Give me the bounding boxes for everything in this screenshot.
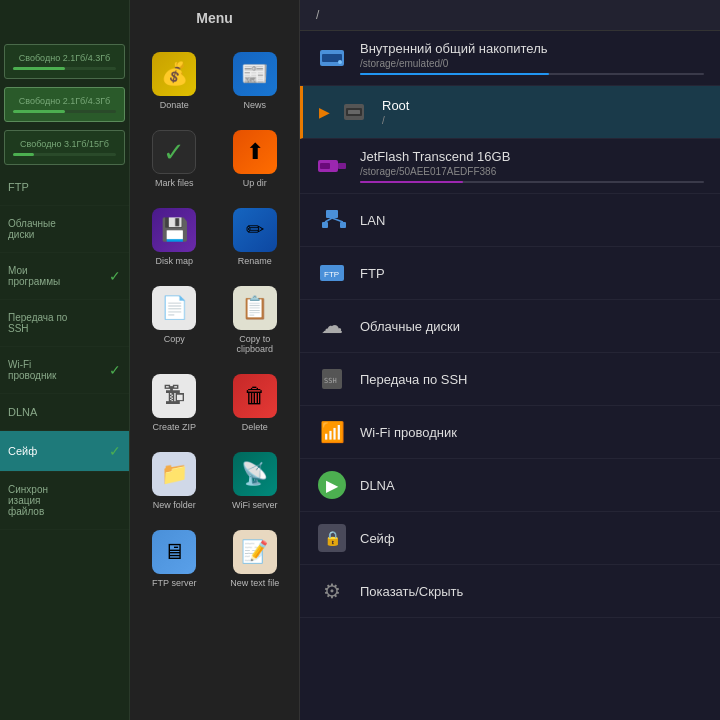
sidebar-item-ftp[interactable]: FTP [0,169,129,206]
jetflash-icon [316,150,348,182]
file-item-internal[interactable]: Внутренний общий накопитель /storage/emu… [300,31,720,86]
menu-item-new-folder[interactable]: 📁 New folder [138,446,211,516]
delete-label: Delete [242,422,268,432]
menu-item-new-text-file[interactable]: 📝 New text file [219,524,292,594]
menu-item-delete[interactable]: 🗑 Delete [219,368,292,438]
mark-files-label: Mark files [155,178,194,188]
sidebar-item-ssh[interactable]: Передача поSSH [0,300,129,347]
svg-rect-7 [338,163,346,169]
ftp-name: FTP [360,266,704,281]
sidebar-storage-1[interactable]: Свободно 2.1Гб/4.3Гб [4,44,125,79]
new-folder-icon: 📁 [152,452,196,496]
file-item-show-hide[interactable]: ⚙ Показать/Скрыть [300,565,720,618]
tv-screen: Свободно 2.1Гб/4.3Гб Свободно 2.1Гб/4.3Г… [0,0,720,720]
sidebar: Свободно 2.1Гб/4.3Гб Свободно 2.1Гб/4.3Г… [0,0,130,720]
storage-3-bar [13,153,116,156]
ssh-icon: SSH [316,363,348,395]
menu-item-wifi-server[interactable]: 📡 WiFi server [219,446,292,516]
header-path: / [316,8,319,22]
menu-item-create-zip[interactable]: 🗜 Create ZIP [138,368,211,438]
copy-clipboard-icon: 📋 [233,286,277,330]
storage-3-bar-fill [13,153,34,156]
delete-icon: 🗑 [233,374,277,418]
lan-info: LAN [360,213,704,228]
up-dir-label: Up dir [243,178,267,188]
svg-rect-5 [348,110,360,114]
wifi-item-icon: 📶 [316,416,348,448]
sidebar-item-dlna[interactable]: DLNA [0,394,129,431]
menu-item-ftp-server[interactable]: 🖥 FTP server [138,524,211,594]
sidebar-item-cloud[interactable]: Облачныедиски [0,206,129,253]
sidebar-item-safe[interactable]: Сейф ✓ [0,431,129,472]
file-item-ftp[interactable]: FTP FTP [300,247,720,300]
file-item-safe[interactable]: 🔒 Сейф [300,512,720,565]
menu-panel: Menu 💰 Donate 📰 News ✓ Mark files ⬆ Up d… [130,0,300,720]
storage-2-bar [13,110,116,113]
cloud-name: Облачные диски [360,319,704,334]
wifi-check-icon: ✓ [109,362,121,378]
disk-map-icon: 💾 [152,208,196,252]
svg-rect-9 [326,210,338,218]
svg-rect-10 [322,222,328,228]
root-path: / [382,115,704,126]
lan-name: LAN [360,213,704,228]
menu-item-disk-map[interactable]: 💾 Disk map [138,202,211,272]
file-item-cloud[interactable]: ☁ Облачные диски [300,300,720,353]
safe-box: 🔒 [318,524,346,552]
file-item-dlna[interactable]: ▶ DLNA [300,459,720,512]
menu-item-donate[interactable]: 💰 Donate [138,46,211,116]
sidebar-item-programs-label: Моипрограммы [8,265,60,287]
wifi-server-label: WiFi server [232,500,278,510]
dlna-item-icon: ▶ [316,469,348,501]
ftp-info: FTP [360,266,704,281]
file-item-jetflash[interactable]: JetFlash Transcend 16GB /storage/50AEE01… [300,139,720,194]
file-list: Внутренний общий накопитель /storage/emu… [300,31,720,618]
cloud-info: Облачные диски [360,319,704,334]
header-bar: / [300,0,720,31]
wifi-server-icon: 📡 [233,452,277,496]
menu-item-rename[interactable]: ✏ Rename [219,202,292,272]
sidebar-item-dlna-label: DLNA [8,406,37,418]
menu-item-news[interactable]: 📰 News [219,46,292,116]
dlna-circle: ▶ [318,471,346,499]
menu-item-mark-files[interactable]: ✓ Mark files [138,124,211,194]
sidebar-item-wifi[interactable]: Wi-Fiпроводник ✓ [0,347,129,394]
donate-label: Donate [160,100,189,110]
sidebar-storage-3[interactable]: Свободно 3.1Гб/15Гб [4,130,125,165]
svg-text:FTP: FTP [324,270,339,279]
sidebar-item-programs[interactable]: Моипрограммы ✓ [0,253,129,300]
svg-point-2 [338,60,342,64]
new-folder-label: New folder [153,500,196,510]
cloud-icon: ☁ [316,310,348,342]
jetflash-path: /storage/50AEE017AEDFF386 [360,166,704,177]
svg-line-12 [325,218,332,222]
sidebar-item-ssh-label: Передача поSSH [8,312,67,334]
menu-item-copy[interactable]: 📄 Copy [138,280,211,360]
menu-item-up-dir[interactable]: ⬆ Up dir [219,124,292,194]
menu-grid: 💰 Donate 📰 News ✓ Mark files ⬆ Up dir 💾 … [130,38,299,602]
ssh-info: Передача по SSH [360,372,704,387]
copy-clipboard-label: Copy to clipboard [223,334,288,354]
internal-storage-name: Внутренний общий накопитель [360,41,704,56]
menu-title: Menu [196,10,233,26]
storage-1-label: Свободно 2.1Гб/4.3Гб [13,53,116,63]
jetflash-bar [360,181,704,183]
sidebar-item-sync[interactable]: Синхронизацияфайлов [0,472,129,530]
disk-map-label: Disk map [155,256,193,266]
internal-storage-bar [360,73,704,75]
file-item-wifi[interactable]: 📶 Wi-Fi проводник [300,406,720,459]
file-item-ssh[interactable]: SSH Передача по SSH [300,353,720,406]
news-label: News [243,100,266,110]
jetflash-bar-fill [360,181,463,183]
ftp-server-label: FTP server [152,578,196,588]
file-item-root[interactable]: ▶ Root / [300,86,720,139]
news-icon: 📰 [233,52,277,96]
show-hide-name: Показать/Скрыть [360,584,704,599]
menu-item-copy-clipboard[interactable]: 📋 Copy to clipboard [219,280,292,360]
sidebar-item-sync-label: Синхронизацияфайлов [8,484,48,517]
sidebar-storage-2[interactable]: Свободно 2.1Гб/4.3Гб [4,87,125,122]
svg-rect-11 [340,222,346,228]
file-item-lan[interactable]: LAN [300,194,720,247]
ftp-icon: FTP [316,257,348,289]
up-dir-icon: ⬆ [233,130,277,174]
